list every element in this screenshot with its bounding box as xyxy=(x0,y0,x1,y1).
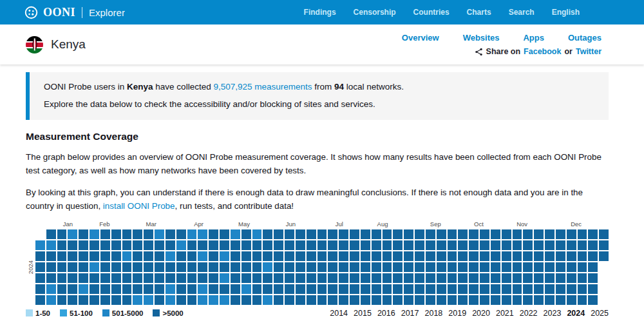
heatmap-cell[interactable] xyxy=(339,251,348,261)
heatmap-cell[interactable] xyxy=(458,229,468,239)
heatmap-cell[interactable] xyxy=(187,295,197,305)
heatmap-cell[interactable] xyxy=(426,240,435,250)
heatmap-cell[interactable] xyxy=(57,229,67,239)
heatmap-cell[interactable] xyxy=(220,251,229,261)
heatmap-cell[interactable] xyxy=(383,229,392,239)
heatmap-cell[interactable] xyxy=(523,229,533,239)
heatmap-cell[interactable] xyxy=(296,251,305,261)
heatmap-cell[interactable] xyxy=(231,262,240,272)
heatmap-cell[interactable] xyxy=(513,284,522,294)
heatmap-cell[interactable] xyxy=(523,240,533,250)
nav-item-findings[interactable]: Findings xyxy=(304,8,336,17)
heatmap-cell[interactable] xyxy=(513,273,522,283)
heatmap-cell[interactable] xyxy=(57,295,67,305)
heatmap-cell[interactable] xyxy=(263,273,272,283)
heatmap-cell[interactable] xyxy=(350,229,359,239)
year-link-2020[interactable]: 2020 xyxy=(472,309,490,318)
heatmap-cell[interactable] xyxy=(383,251,392,261)
heatmap-cell[interactable] xyxy=(567,229,576,239)
heatmap-cell[interactable] xyxy=(523,251,533,261)
heatmap-cell[interactable] xyxy=(252,251,262,261)
heatmap-cell[interactable] xyxy=(513,240,522,250)
heatmap-cell[interactable] xyxy=(502,295,511,305)
heatmap-cell[interactable] xyxy=(491,229,500,239)
heatmap-cell[interactable] xyxy=(35,251,45,261)
heatmap-cell[interactable] xyxy=(534,240,544,250)
heatmap-cell[interactable] xyxy=(534,229,544,239)
heatmap-cell[interactable] xyxy=(513,295,522,305)
heatmap-cell[interactable] xyxy=(133,229,142,239)
heatmap-cell[interactable] xyxy=(155,273,164,283)
heatmap-cell[interactable] xyxy=(415,251,424,261)
heatmap-cell[interactable] xyxy=(578,273,587,283)
heatmap-cell[interactable] xyxy=(415,229,424,239)
heatmap-cell[interactable] xyxy=(339,240,348,250)
heatmap-cell[interactable] xyxy=(187,251,197,261)
heatmap-cell[interactable] xyxy=(209,295,218,305)
heatmap-cell[interactable] xyxy=(46,251,56,261)
heatmap-cell[interactable] xyxy=(317,240,327,250)
heatmap-cell[interactable] xyxy=(242,262,251,272)
heatmap-cell[interactable] xyxy=(296,229,305,239)
heatmap-cell[interactable] xyxy=(383,273,392,283)
heatmap-cell[interactable] xyxy=(448,284,457,294)
heatmap-cell[interactable] xyxy=(513,262,522,272)
heatmap-cell[interactable] xyxy=(166,240,175,250)
heatmap-cell[interactable] xyxy=(111,284,121,294)
heatmap-cell[interactable] xyxy=(372,262,381,272)
heatmap-cell[interactable] xyxy=(296,284,305,294)
heatmap-cell[interactable] xyxy=(339,295,348,305)
heatmap-cell[interactable] xyxy=(90,240,99,250)
heatmap-cell[interactable] xyxy=(480,295,489,305)
heatmap-cell[interactable] xyxy=(133,273,142,283)
heatmap-cell[interactable] xyxy=(285,229,294,239)
heatmap-cell[interactable] xyxy=(296,273,305,283)
heatmap-cell[interactable] xyxy=(144,251,153,261)
heatmap-cell[interactable] xyxy=(383,240,392,250)
install-ooni-probe-link[interactable]: install OONI Probe xyxy=(103,201,175,211)
heatmap-cell[interactable] xyxy=(296,240,305,250)
heatmap-cell[interactable] xyxy=(100,273,110,283)
heatmap-cell[interactable] xyxy=(556,295,565,305)
heatmap-cell[interactable] xyxy=(68,295,77,305)
heatmap-cell[interactable] xyxy=(578,295,587,305)
heatmap-cell[interactable] xyxy=(523,262,533,272)
heatmap-cell[interactable] xyxy=(35,284,45,294)
heatmap-cell[interactable] xyxy=(252,262,262,272)
heatmap-cell[interactable] xyxy=(588,240,598,250)
heatmap-cell[interactable] xyxy=(155,262,164,272)
heatmap-cell[interactable] xyxy=(469,229,478,239)
heatmap-cell[interactable] xyxy=(317,284,327,294)
heatmap-cell[interactable] xyxy=(307,262,316,272)
heatmap-cell[interactable] xyxy=(393,284,402,294)
heatmap-cell[interactable] xyxy=(263,284,272,294)
heatmap-cell[interactable] xyxy=(415,240,424,250)
heatmap-cell[interactable] xyxy=(534,262,544,272)
heatmap-cell[interactable] xyxy=(122,262,132,272)
heatmap-cell[interactable] xyxy=(166,284,175,294)
heatmap-cell[interactable] xyxy=(567,240,576,250)
heatmap-cell[interactable] xyxy=(242,240,251,250)
heatmap-cell[interactable] xyxy=(491,251,500,261)
heatmap-cell[interactable] xyxy=(578,229,587,239)
heatmap-cell[interactable] xyxy=(220,273,229,283)
year-link-2016[interactable]: 2016 xyxy=(377,309,395,318)
heatmap-cell[interactable] xyxy=(491,295,500,305)
heatmap-cell[interactable] xyxy=(317,251,327,261)
heatmap-cell[interactable] xyxy=(100,229,110,239)
heatmap-cell[interactable] xyxy=(437,251,446,261)
heatmap-cell[interactable] xyxy=(404,262,413,272)
heatmap-cell[interactable] xyxy=(307,284,316,294)
heatmap-cell[interactable] xyxy=(155,229,164,239)
heatmap-cell[interactable] xyxy=(90,295,99,305)
heatmap-cell[interactable] xyxy=(274,284,283,294)
heatmap-cell[interactable] xyxy=(111,262,121,272)
year-link-2024[interactable]: 2024 xyxy=(567,309,585,318)
heatmap-cell[interactable] xyxy=(242,284,251,294)
heatmap-cell[interactable] xyxy=(372,229,381,239)
heatmap-cell[interactable] xyxy=(155,240,164,250)
heatmap-cell[interactable] xyxy=(79,262,88,272)
heatmap-cell[interactable] xyxy=(448,240,457,250)
nav-item-censorship[interactable]: Censorship xyxy=(354,8,396,17)
heatmap-cell[interactable] xyxy=(588,273,598,283)
